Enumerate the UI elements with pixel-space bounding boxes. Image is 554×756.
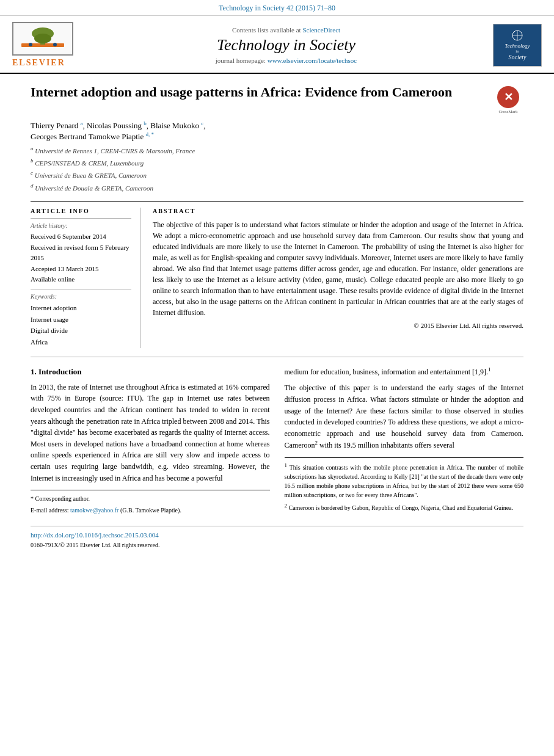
received-date: Received 6 September 2014 bbox=[31, 231, 131, 242]
affiliations: a Université de Rennes 1, CREM-CNRS & Ma… bbox=[31, 144, 523, 194]
article-main: Internet adoption and usage patterns in … bbox=[0, 74, 554, 559]
top-bar: Technology in Society 42 (2015) 71–80 bbox=[0, 0, 554, 16]
abstract-section: ABSTRACT The objective of this paper is … bbox=[153, 208, 523, 348]
keyword-4: Africa bbox=[31, 336, 131, 348]
author-4: Georges Bertrand Tamokwe Piaptie d, * bbox=[31, 132, 154, 141]
article-title-section: Internet adoption and usage patterns in … bbox=[31, 84, 523, 114]
section1-heading: 1. Introduction bbox=[31, 366, 270, 378]
intro-para-3: The objective of this paper is to unders… bbox=[285, 382, 524, 451]
body-section: 1. Introduction In 2013, the rate of Int… bbox=[31, 366, 523, 517]
crossmark-label: CrossMark bbox=[498, 109, 517, 114]
journal-logo-right: Technology in Society bbox=[481, 24, 542, 67]
author-1: Thierry Penard a bbox=[31, 121, 83, 130]
elsevier-tree-logo bbox=[12, 22, 73, 56]
history-label: Article history: bbox=[31, 222, 131, 229]
keyword-1: Internet adoption bbox=[31, 302, 131, 314]
homepage-link[interactable]: www.elsevier.com/locate/techsoc bbox=[268, 57, 357, 64]
contents-line: Contents lists available at ScienceDirec… bbox=[92, 26, 481, 34]
affil-c: c Université de Buea & GRETA, Cameroon bbox=[31, 169, 523, 181]
author-2: Nicolas Poussing b bbox=[87, 121, 147, 130]
email-link[interactable]: tamokwe@yahoo.fr bbox=[70, 507, 118, 514]
keyword-3: Digital divide bbox=[31, 325, 131, 336]
doi-link[interactable]: http://dx.doi.org/10.1016/j.techsoc.2015… bbox=[31, 531, 159, 539]
crossmark-badge[interactable]: ✕ CrossMark bbox=[493, 84, 523, 114]
info-abstract-section: ARTICLE INFO Article history: Received 6… bbox=[31, 201, 523, 348]
revised-date: Received in revised form 5 February 2015 bbox=[31, 242, 131, 264]
article-info-title: ARTICLE INFO bbox=[31, 208, 131, 214]
intro-para-1: In 2013, the rate of Internet use throug… bbox=[31, 382, 270, 484]
left-col-footnote: * Corresponding author. E-mail address: … bbox=[31, 490, 270, 515]
footnote-ref-1: 1 bbox=[488, 366, 491, 373]
footnote-ref-2: 2 bbox=[315, 440, 318, 446]
elsevier-wordmark: ELSEVIER bbox=[12, 58, 65, 68]
journal-citation: Technology in Society 42 (2015) 71–80 bbox=[219, 4, 335, 12]
footnote-email: E-mail address: tamokwe@yahoo.fr (G.B. T… bbox=[31, 506, 270, 515]
abstract-text: The objective of this paper is to unders… bbox=[153, 219, 523, 318]
crossmark-icon: ✕ bbox=[497, 86, 519, 108]
keyword-2: Internet usage bbox=[31, 314, 131, 325]
abstract-title: ABSTRACT bbox=[153, 208, 523, 214]
journal-header: ELSEVIER Contents lists available at Sci… bbox=[0, 16, 554, 74]
journal-name: Technology in Society bbox=[92, 36, 481, 54]
tech-in-society-logo: Technology in Society bbox=[493, 24, 542, 67]
right-col-footnotes: 1 This situation contrasts with the mobi… bbox=[285, 457, 524, 513]
authors-line: Thierry Penard a, Nicolas Poussing b, Bl… bbox=[31, 120, 523, 142]
article-info: ARTICLE INFO Article history: Received 6… bbox=[31, 208, 140, 348]
footnote-2: 2 Cameroon is bordered by Gabon, Republi… bbox=[285, 502, 524, 512]
doi-rights: 0160-791X/© 2015 Elsevier Ltd. All right… bbox=[31, 542, 159, 548]
accepted-date: Accepted 13 March 2015 bbox=[31, 264, 131, 275]
body-col-right: medium for education, business, informat… bbox=[285, 366, 524, 517]
affil-d: d Université de Douala & GRETA, Cameroon bbox=[31, 181, 523, 194]
footnote-star: * Corresponding author. bbox=[31, 494, 270, 503]
available-online: Available online bbox=[31, 274, 131, 285]
article-title: Internet adoption and usage patterns in … bbox=[31, 84, 493, 101]
svg-point-5 bbox=[53, 43, 57, 46]
elsevier-logo-section: ELSEVIER bbox=[12, 22, 92, 68]
doi-section: http://dx.doi.org/10.1016/j.techsoc.2015… bbox=[31, 526, 523, 550]
footnote-1: 1 This situation contrasts with the mobi… bbox=[285, 462, 524, 500]
keywords-label: Keywords: bbox=[31, 293, 131, 300]
svg-point-4 bbox=[29, 43, 32, 46]
section-divider bbox=[31, 357, 523, 357]
author-3: Blaise Mukoko c bbox=[150, 121, 203, 130]
body-col-left: 1. Introduction In 2013, the rate of Int… bbox=[31, 366, 270, 517]
sciencedirect-link[interactable]: ScienceDirect bbox=[302, 26, 340, 34]
intro-para-2: medium for education, business, informat… bbox=[285, 366, 524, 378]
homepage-line: journal homepage: www.elsevier.com/locat… bbox=[92, 57, 481, 64]
affil-b: b CEPS/INSTEAD & CREM, Luxembourg bbox=[31, 156, 523, 169]
svg-point-3 bbox=[34, 34, 51, 43]
affil-a: a Université de Rennes 1, CREM-CNRS & Ma… bbox=[31, 144, 523, 156]
journal-title-section: Contents lists available at ScienceDirec… bbox=[92, 26, 481, 64]
copyright-line: © 2015 Elsevier Ltd. All rights reserved… bbox=[153, 322, 523, 329]
